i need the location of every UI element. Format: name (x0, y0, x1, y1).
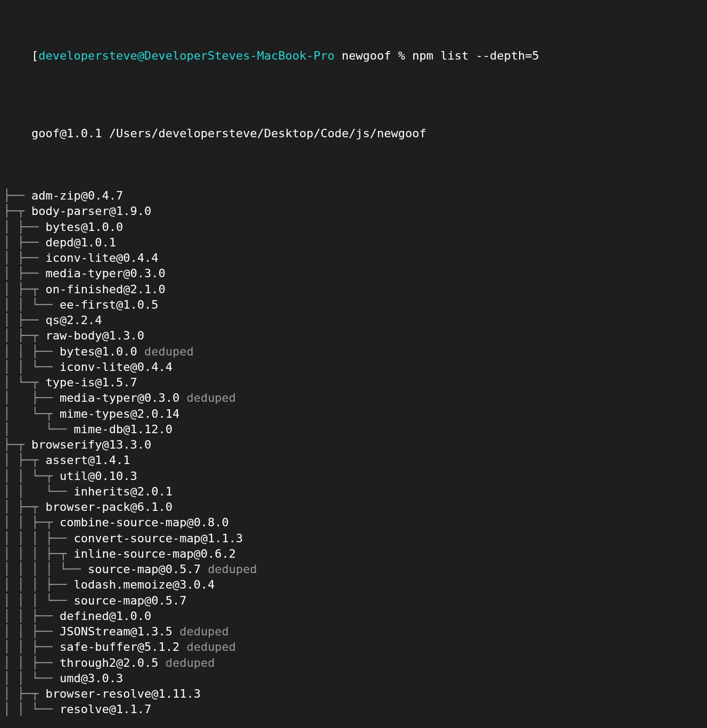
tree-prefix: │ └─┬ (3, 407, 60, 420)
dependency-row: ├─┬ browserify@13.3.0 (3, 437, 704, 452)
tree-prefix: │ │ ├── (3, 625, 60, 638)
deduped-badge: deduped (179, 625, 229, 638)
dependency-row: │ ├─┬ browser-resolve@1.11.3 (3, 686, 704, 701)
terminal-output: [developersteve@DeveloperSteves-MacBook-… (0, 0, 707, 728)
tree-prefix: │ │ ├─┬ (3, 516, 60, 529)
root-name-version: goof@1.0.1 (31, 127, 102, 140)
dependency-row: ├─┬ body-parser@1.9.0 (3, 203, 704, 219)
dependency-row: │ └─┬ mime-types@2.0.14 (3, 406, 704, 421)
package-name-version: JSONStream@1.3.5 (60, 625, 172, 638)
package-name-version: on-finished@2.1.0 (45, 283, 165, 296)
prompt-cwd: newgoof (342, 49, 391, 62)
tree-prefix: │ ├── (3, 236, 45, 249)
dependency-row: │ │ └── ee-first@1.0.5 (3, 297, 704, 312)
tree-prefix: │ └── (3, 423, 73, 436)
deduped-badge: deduped (186, 640, 236, 653)
package-name-version: convert-source-map@1.1.3 (73, 532, 243, 545)
dependency-row: │ │ ├── safe-buffer@5.1.2 deduped (3, 639, 704, 655)
package-name-version: type-is@1.5.7 (45, 376, 137, 389)
tree-prefix: │ ├── (3, 267, 45, 280)
dependency-row: │ ├── media-typer@0.3.0 deduped (3, 390, 704, 406)
tree-prefix: │ │ │ ├── (3, 532, 73, 545)
package-name-version: assert@1.4.1 (45, 453, 130, 467)
dependency-row: │ │ │ └── source-map@0.5.7 (3, 593, 704, 608)
dependency-row: │ │ ├── defined@1.0.0 (3, 608, 704, 624)
package-name-version: bytes@1.0.0 (60, 345, 137, 358)
dependency-row: │ │ ├── through2@2.0.5 deduped (3, 655, 704, 671)
tree-prefix: │ │ ├── (3, 345, 60, 358)
package-name-version: body-parser@1.9.0 (31, 204, 151, 218)
tree-prefix: │ │ │ ├─┬ (3, 547, 73, 560)
tree-prefix: │ │ └── (3, 485, 73, 498)
package-name-version: browser-pack@6.1.0 (45, 500, 172, 514)
package-name-version: iconv-lite@0.4.4 (45, 251, 158, 264)
package-name-version: browserify@13.3.0 (31, 438, 151, 451)
dependency-row: │ ├─┬ on-finished@2.1.0 (3, 282, 704, 297)
tree-prefix: │ ├── (3, 220, 45, 234)
deduped-badge: deduped (166, 656, 215, 669)
root-path: /Users/developersteve/Desktop/Code/js/ne… (109, 127, 426, 140)
dependency-row: │ │ ├── JSONStream@1.3.5 deduped (3, 624, 704, 639)
shell-prompt-line: [developersteve@DeveloperSteves-MacBook-… (3, 32, 704, 79)
package-name-version: raw-body@1.3.0 (45, 329, 144, 342)
dependency-row: │ │ ├── bytes@1.0.0 deduped (3, 344, 704, 359)
package-name-version: bytes@1.0.0 (45, 220, 123, 234)
tree-prefix: │ │ │ └── (3, 594, 73, 607)
package-name-version: defined@1.0.0 (60, 609, 151, 623)
package-name-version: depd@1.0.1 (45, 236, 116, 249)
dependency-row: │ │ └── umd@3.0.3 (3, 671, 704, 686)
package-name-version: resolve@1.1.7 (60, 702, 151, 716)
package-name-version: umd@3.0.3 (60, 672, 123, 685)
dependency-row: │ ├── iconv-lite@0.4.4 (3, 250, 704, 266)
package-name-version: browser-resolve@1.11.3 (45, 687, 200, 700)
tree-prefix: │ ├─┬ (3, 500, 45, 514)
tree-prefix: │ │ │ │ └── (3, 562, 88, 576)
tree-prefix: │ │ └── (3, 672, 60, 685)
tree-prefix: │ ├─┬ (3, 453, 45, 467)
package-name-version: source-map@0.5.7 (88, 562, 201, 576)
tree-prefix: │ │ │ ├── (3, 578, 73, 591)
package-name-version: media-typer@0.3.0 (45, 267, 165, 280)
tree-prefix: │ ├─┬ (3, 329, 45, 342)
prompt-bracket: [ (31, 49, 38, 62)
package-name-version: inherits@2.0.1 (73, 485, 172, 498)
tree-prefix: ├─┬ (3, 438, 31, 451)
package-name-version: mime-types@2.0.14 (60, 407, 179, 420)
tree-prefix: ├── (3, 189, 31, 202)
dependency-row: │ ├── depd@1.0.1 (3, 235, 704, 250)
package-name-version: through2@2.0.5 (60, 656, 158, 669)
prompt-user-host: developersteve@DeveloperSteves-MacBook-P… (38, 49, 334, 62)
tree-prefix: │ ├── (3, 391, 60, 404)
deduped-badge: deduped (144, 345, 194, 358)
package-name-version: combine-source-map@0.8.0 (60, 516, 229, 529)
dependency-row: │ │ │ ├── lodash.memoize@3.0.4 (3, 577, 704, 592)
dependency-row: │ │ │ ├── convert-source-map@1.1.3 (3, 531, 704, 546)
tree-prefix: ├─┬ (3, 204, 31, 218)
dependency-row: │ ├── media-typer@0.3.0 (3, 266, 704, 281)
package-name-version: mime-db@1.12.0 (73, 423, 172, 436)
package-name-version: ee-first@1.0.5 (60, 298, 158, 311)
tree-prefix: │ ├── (3, 313, 45, 327)
dependency-row: │ │ │ ├─┬ inline-source-map@0.6.2 (3, 546, 704, 561)
dependency-row: │ │ │ │ └── source-map@0.5.7 deduped (3, 561, 704, 577)
dependency-row: │ │ ├─┬ combine-source-map@0.8.0 (3, 515, 704, 530)
tree-prefix: │ │ └── (3, 298, 60, 311)
package-name-version: inline-source-map@0.6.2 (73, 547, 236, 560)
dependency-row: │ └── mime-db@1.12.0 (3, 421, 704, 437)
dependency-row: │ │ └── resolve@1.1.7 (3, 701, 704, 717)
dependency-row: │ └─┬ type-is@1.5.7 (3, 375, 704, 390)
package-name-version: safe-buffer@5.1.2 (60, 640, 179, 653)
root-package-line: goof@1.0.1 /Users/developersteve/Desktop… (3, 110, 704, 157)
package-name-version: adm-zip@0.4.7 (31, 189, 123, 202)
tree-prefix: │ ├─┬ (3, 687, 45, 700)
package-name-version: qs@2.2.4 (45, 313, 102, 327)
tree-prefix: │ │ └── (3, 360, 60, 374)
package-name-version: lodash.memoize@3.0.4 (73, 578, 215, 591)
dependency-row: │ ├── qs@2.2.4 (3, 312, 704, 328)
package-name-version: media-typer@0.3.0 (60, 391, 179, 404)
prompt-command[interactable]: npm list --depth=5 (412, 49, 539, 62)
tree-prefix: │ └─┬ (3, 376, 45, 389)
deduped-badge: deduped (208, 562, 257, 576)
tree-prefix: │ ├─┬ (3, 283, 45, 296)
package-name-version: source-map@0.5.7 (73, 594, 186, 607)
